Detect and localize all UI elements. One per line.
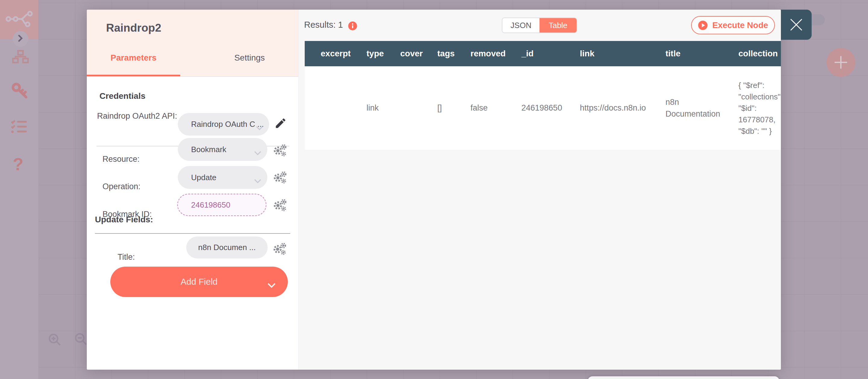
update-fields-heading: Update Fields:	[95, 215, 153, 224]
add-node-button[interactable]	[827, 48, 855, 77]
cell-type: link	[367, 66, 400, 150]
column-header: tags	[437, 41, 470, 66]
title-field-input[interactable]: n8n Documen ...	[186, 236, 268, 258]
zoom-out-icon	[74, 332, 88, 346]
results-table: excerpt type cover tags removed _id link…	[305, 41, 781, 150]
cell-cover	[400, 66, 437, 150]
sidebar: ?	[0, 0, 38, 379]
divider	[95, 233, 290, 234]
execute-node-label: Execute Node	[712, 21, 768, 30]
gears-icon	[273, 171, 286, 184]
cell-removed: false	[470, 66, 521, 150]
column-header: _id	[521, 41, 580, 66]
operation-options-button[interactable]	[273, 171, 286, 185]
chevron-right-icon	[18, 35, 23, 43]
column-header: cover	[400, 41, 437, 66]
operation-label: Operation:	[102, 182, 141, 191]
gears-icon	[272, 243, 286, 255]
header-spacer	[305, 41, 321, 66]
key-icon	[10, 81, 28, 101]
bottom-notification-box	[588, 376, 779, 379]
column-header: excerpt	[321, 41, 367, 66]
tab-settings[interactable]: Settings	[216, 49, 283, 67]
node-settings-panel: Raindrop2 Parameters Settings Credential…	[87, 10, 299, 370]
resource-label: Resource:	[102, 155, 140, 164]
table-header-row: excerpt type cover tags removed _id link…	[305, 41, 781, 66]
info-icon	[348, 21, 358, 31]
cell-excerpt	[321, 66, 367, 150]
gears-icon	[273, 144, 286, 157]
view-json-button[interactable]: JSON	[502, 18, 539, 33]
edit-credential-button[interactable]	[274, 117, 287, 131]
nodes-logo-icon	[5, 10, 33, 29]
zoom-in-button[interactable]	[48, 333, 62, 347]
plus-icon	[833, 55, 849, 70]
title-field-value: n8n Documen ...	[198, 243, 256, 252]
column-header: removed	[470, 41, 521, 66]
sidebar-item-workflows[interactable]	[12, 49, 29, 66]
sidebar-item-credentials[interactable]	[10, 82, 28, 100]
operation-value: Update	[178, 173, 216, 182]
cell-id: 246198650	[521, 66, 580, 150]
cell-spacer	[305, 66, 321, 150]
close-x-icon	[790, 19, 802, 31]
active-tab-underline	[87, 75, 180, 76]
bookmark-id-value: 246198650	[178, 200, 230, 210]
cell-collection: { "$ref": "collections", "$id": 16778078…	[738, 66, 781, 150]
credential-select[interactable]: Raindrop OAuth C ...	[178, 113, 269, 135]
resource-value: Bookmark	[178, 145, 226, 154]
zoom-in-icon	[48, 333, 62, 347]
bookmark-id-input[interactable]: 246198650	[177, 194, 267, 216]
credential-label: Raindrop OAuth2 API:	[97, 112, 177, 121]
play-icon	[698, 20, 708, 30]
title-field-label: Title:	[118, 252, 135, 262]
chevron-down-icon	[254, 176, 261, 185]
chevron-down-icon	[256, 123, 263, 132]
add-field-button[interactable]: Add Field	[110, 266, 288, 297]
view-table-button[interactable]: Table	[539, 18, 577, 33]
bookmark-id-options-button[interactable]	[273, 199, 286, 213]
execute-node-button[interactable]: Execute Node	[691, 16, 775, 34]
checklist-icon	[10, 118, 27, 136]
title-field-options-button[interactable]	[272, 243, 286, 256]
column-header: title	[665, 41, 738, 66]
results-count: Results: 1	[304, 20, 343, 30]
node-panel-header: Raindrop2 Parameters Settings	[87, 10, 299, 77]
results-view-toggle: JSON Table	[502, 18, 577, 33]
results-info-button[interactable]	[348, 21, 358, 31]
zoom-out-button[interactable]	[74, 332, 88, 346]
chevron-down-icon	[267, 280, 276, 290]
resource-options-button[interactable]	[273, 144, 286, 158]
credential-value: Raindrop OAuth C ...	[178, 120, 264, 129]
node-title: Raindrop2	[106, 22, 161, 34]
column-header: type	[367, 41, 400, 66]
chevron-down-icon	[254, 148, 261, 157]
table-row: link [] false 246198650 https://docs.n8n…	[305, 66, 781, 150]
tab-parameters[interactable]: Parameters	[87, 49, 180, 67]
add-field-label: Add Field	[181, 277, 218, 287]
gears-icon	[273, 199, 286, 212]
close-button[interactable]	[781, 10, 812, 40]
question-mark-icon: ?	[13, 154, 23, 174]
operation-select[interactable]: Update	[178, 166, 267, 189]
results-panel: Results: 1 JSON Table Execute Node	[299, 10, 781, 370]
sitemap-icon	[12, 48, 29, 66]
n8n-app: ? Raindrop2 Parameters Settings Credenti…	[0, 0, 868, 379]
sidebar-item-executions[interactable]	[10, 119, 27, 135]
sidebar-collapse-button[interactable]	[13, 31, 28, 47]
sidebar-item-help[interactable]: ?	[10, 155, 26, 173]
cell-link: https://docs.n8n.io	[580, 66, 665, 150]
pencil-icon	[274, 117, 287, 130]
cell-title: n8n Documentation	[665, 66, 738, 150]
resource-select[interactable]: Bookmark	[178, 138, 267, 161]
cell-tags: []	[437, 66, 470, 150]
column-header: link	[580, 41, 665, 66]
node-detail-modal: Raindrop2 Parameters Settings Credential…	[87, 10, 781, 370]
column-header: collection	[738, 41, 781, 66]
credentials-heading: Credentials	[99, 91, 146, 101]
